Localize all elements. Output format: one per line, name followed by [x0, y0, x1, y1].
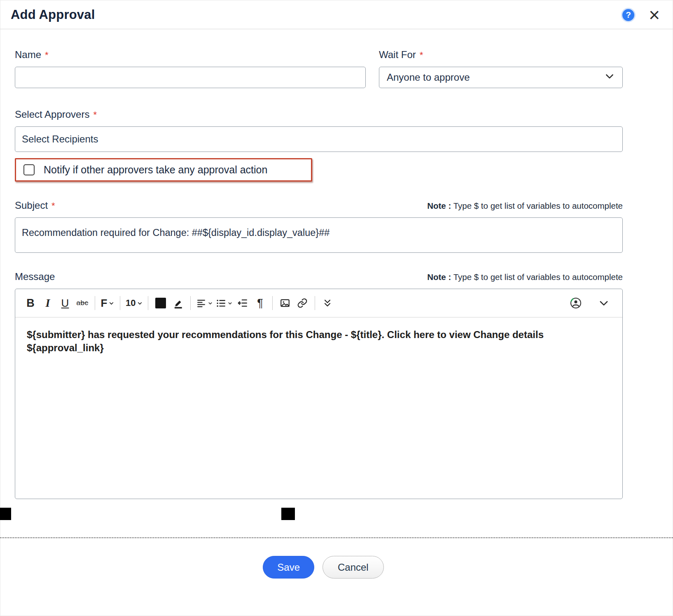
name-label: Name *	[15, 49, 366, 61]
message-block: Message Note : Type $ to get list of var…	[15, 271, 623, 499]
redaction-block	[281, 508, 295, 520]
wait-for-select[interactable]: Anyone to approve	[379, 67, 623, 88]
toolbar-separator	[95, 296, 95, 310]
toolbar-separator	[272, 296, 273, 310]
toolbar-separator	[315, 296, 315, 310]
dialog-body: Name * Wait For * Anyone to approve	[0, 49, 673, 499]
collapse-toolbar-icon[interactable]	[595, 294, 612, 313]
bold-icon[interactable]: B	[22, 294, 39, 313]
help-icon[interactable]: ?	[621, 8, 636, 22]
add-approval-dialog: Add Approval ? × Name * Wait For * Anyon…	[0, 0, 673, 616]
redaction-block	[0, 508, 11, 520]
highlight-color-icon[interactable]	[169, 294, 187, 313]
font-family-dropdown[interactable]: F	[99, 294, 116, 313]
required-asterisk: *	[93, 110, 97, 120]
italic-icon[interactable]: I	[39, 294, 56, 313]
font-size-dropdown[interactable]: 10	[124, 294, 144, 313]
notify-checkbox[interactable]	[23, 164, 35, 175]
strikethrough-icon[interactable]: abc	[74, 294, 91, 313]
subject-block: Subject * Note : Type $ to get list of v…	[15, 200, 623, 253]
toolbar-separator	[190, 296, 191, 310]
message-input[interactable]: ${submitter} has requested your recommen…	[15, 317, 622, 499]
notify-checkbox-label[interactable]: Notify if other approvers take any appro…	[44, 164, 267, 176]
align-dropdown[interactable]	[194, 294, 214, 313]
select-approvers-input[interactable]	[15, 126, 623, 152]
paragraph-icon[interactable]: ¶	[251, 294, 269, 313]
select-approvers-label: Select Approvers *	[15, 109, 623, 120]
chevron-down-icon	[228, 301, 232, 306]
subject-input[interactable]: Recommendation required for Change: ##${…	[15, 217, 623, 253]
text-color-icon[interactable]	[152, 294, 169, 313]
toolbar-separator	[120, 296, 120, 310]
chevron-down-icon	[604, 71, 615, 84]
name-waitfor-row: Name * Wait For * Anyone to approve	[15, 49, 623, 88]
subject-variables-note: Note : Type $ to get list of variables t…	[427, 201, 623, 217]
insert-image-icon[interactable]	[276, 294, 294, 313]
toolbar-separator	[148, 296, 148, 310]
list-dropdown[interactable]	[214, 294, 234, 313]
notify-checkbox-highlight: Notify if other approvers take any appro…	[15, 158, 312, 182]
dialog-header: Add Approval ? ×	[0, 0, 673, 29]
chevron-down-icon	[137, 301, 143, 306]
required-asterisk: *	[420, 50, 423, 61]
editor-toolbar: B I U abc F 10	[15, 289, 622, 317]
save-button[interactable]: Save	[263, 556, 314, 579]
outdent-icon[interactable]	[234, 294, 251, 313]
required-asterisk: *	[45, 50, 49, 61]
close-icon[interactable]: ×	[648, 8, 661, 22]
dialog-title: Add Approval	[11, 7, 621, 22]
message-variables-note: Note : Type $ to get list of variables t…	[427, 272, 623, 289]
rich-text-editor: B I U abc F 10	[15, 289, 623, 499]
name-input[interactable]	[15, 67, 366, 88]
chevron-down-icon	[109, 301, 114, 306]
insert-placeholder-icon[interactable]	[567, 294, 584, 313]
underline-icon[interactable]: U	[56, 294, 74, 313]
message-label: Message	[15, 271, 55, 282]
subject-label: Subject *	[15, 200, 55, 211]
cancel-button[interactable]: Cancel	[322, 556, 384, 579]
select-approvers-block: Select Approvers * Notify if other appro…	[15, 109, 623, 182]
required-asterisk: *	[51, 201, 55, 211]
wait-for-label: Wait For *	[379, 49, 623, 61]
wait-for-value: Anyone to approve	[387, 72, 470, 83]
insert-link-icon[interactable]	[294, 294, 311, 313]
dialog-footer: Save Cancel	[0, 556, 673, 579]
more-tools-icon[interactable]	[319, 294, 336, 313]
dotted-separator	[0, 537, 673, 538]
chevron-down-icon	[208, 301, 213, 306]
